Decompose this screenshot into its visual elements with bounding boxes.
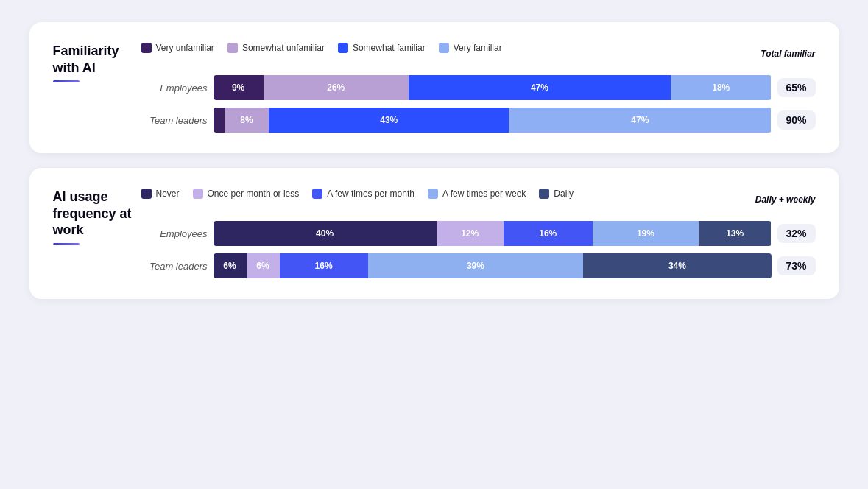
usage-legend: NeverOnce per month or lessA few times p…	[141, 189, 574, 199]
bar-segment: 6%	[214, 253, 247, 278]
legend-item: Daily	[539, 189, 574, 199]
bar-track: 40%12%16%19%13%	[214, 221, 772, 246]
bar-row: Employees40%12%16%19%13%32%	[141, 221, 816, 246]
bar-segment: 43%	[269, 108, 509, 133]
total-badge: 65%	[777, 78, 816, 97]
legend-item: Very familiar	[439, 43, 502, 53]
bar-segment: 13%	[699, 221, 772, 246]
total-badge: 73%	[777, 256, 816, 275]
legend-item: Somewhat unfamiliar	[227, 43, 325, 53]
legend-item: A few times per month	[312, 189, 414, 199]
bar-track: 8%43%47%	[214, 108, 772, 133]
legend-item: A few times per week	[428, 189, 526, 199]
legend-label: A few times per week	[442, 189, 526, 199]
total-badge: 90%	[777, 110, 816, 130]
bar-track: 9%26%47%18%	[214, 75, 772, 100]
usage-y-label: AI usage frequency at work	[53, 189, 141, 245]
bar-segment: 16%	[280, 253, 368, 278]
familiarity-legend: Very unfamiliarSomewhat unfamiliarSomewh…	[141, 43, 502, 53]
bar-segment: 6%	[247, 253, 280, 278]
familiarity-card: Familiarity with AI Very unfamiliarSomew…	[29, 22, 839, 153]
legend-item: Very unfamiliar	[141, 43, 214, 53]
bar-segment: 40%	[214, 221, 437, 246]
usage-card: AI usage frequency at work NeverOnce per…	[29, 168, 839, 299]
familiarity-total-label: Total familiar	[742, 49, 816, 59]
legend-color-swatch	[439, 43, 449, 53]
legend-label: Never	[156, 189, 180, 199]
bar-row: Employees9%26%47%18%65%	[141, 75, 816, 100]
row-label: Team leaders	[141, 261, 208, 272]
row-label: Employees	[141, 228, 208, 239]
usage-rows: Employees40%12%16%19%13%32%Team leaders6…	[141, 221, 816, 278]
legend-label: Very unfamiliar	[156, 43, 214, 53]
bar-segment	[214, 108, 225, 133]
total-badge: 32%	[777, 224, 816, 243]
bar-segment: 39%	[368, 253, 584, 278]
familiarity-rows: Employees9%26%47%18%65%Team leaders8%43%…	[141, 75, 816, 133]
legend-color-swatch	[141, 43, 152, 53]
legend-label: Very familiar	[454, 43, 502, 53]
legend-color-swatch	[338, 43, 348, 53]
legend-item: Once per month or less	[193, 189, 300, 199]
legend-label: A few times per month	[327, 189, 414, 199]
legend-label: Once per month or less	[208, 189, 300, 199]
legend-item: Never	[141, 189, 180, 199]
bar-segment: 47%	[409, 75, 671, 100]
bar-track: 6%6%16%39%34%	[214, 253, 772, 278]
row-label: Team leaders	[141, 115, 208, 126]
familiarity-title-underline	[53, 80, 80, 82]
legend-color-swatch	[312, 189, 322, 199]
legend-color-swatch	[428, 189, 438, 199]
familiarity-chart-area: Very unfamiliarSomewhat unfamiliarSomewh…	[141, 43, 816, 133]
legend-label: Somewhat familiar	[353, 43, 426, 53]
legend-color-swatch	[227, 43, 238, 53]
bar-row: Team leaders8%43%47%90%	[141, 108, 816, 133]
bar-segment: 12%	[437, 221, 504, 246]
usage-total-label: Daily + weekly	[742, 194, 816, 205]
row-label: Employees	[141, 82, 208, 94]
legend-color-swatch	[539, 189, 549, 199]
bar-row: Team leaders6%6%16%39%34%73%	[141, 253, 816, 278]
legend-label: Somewhat unfamiliar	[242, 43, 325, 53]
bar-segment: 8%	[225, 108, 269, 133]
usage-title-underline	[53, 243, 80, 245]
bar-segment: 9%	[214, 75, 264, 100]
bar-segment: 26%	[264, 75, 409, 100]
bar-segment: 19%	[593, 221, 699, 246]
legend-item: Somewhat familiar	[338, 43, 426, 53]
usage-title: AI usage frequency at work	[53, 189, 134, 239]
legend-color-swatch	[141, 189, 152, 199]
legend-color-swatch	[193, 189, 203, 199]
legend-label: Daily	[554, 189, 574, 199]
bar-segment: 34%	[583, 253, 771, 278]
usage-chart-area: NeverOnce per month or lessA few times p…	[141, 189, 816, 278]
bar-segment: 18%	[671, 75, 771, 100]
familiarity-title: Familiarity with AI	[53, 43, 134, 76]
bar-segment: 47%	[509, 108, 771, 133]
familiarity-y-label: Familiarity with AI	[53, 43, 141, 82]
bar-segment: 16%	[504, 221, 593, 246]
